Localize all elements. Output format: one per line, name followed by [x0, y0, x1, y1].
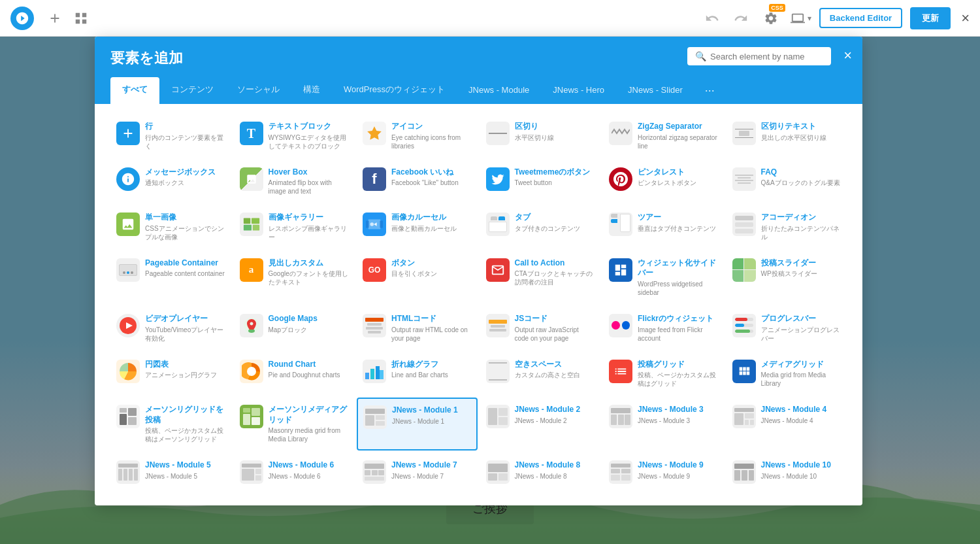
element-jnews-module4-desc: JNews - Module 4 [761, 416, 841, 425]
element-jnews-module7[interactable]: JNews - Module 7 JNews - Module 7 [357, 453, 478, 495]
element-gallery[interactable]: 画像ギャラリー レスポンシブ画像ギャラリー [234, 205, 355, 248]
element-sep-text[interactable]: 区切りテキスト 見出しの水平区切り線 [727, 114, 847, 158]
redo-button[interactable] [730, 8, 751, 29]
element-hover-box[interactable]: Hover Box Animated flip box with image a… [234, 160, 355, 203]
element-jnews-module8[interactable]: JNews - Module 8 JNews - Module 8 [480, 453, 601, 495]
responsive-button[interactable]: ▾ [791, 11, 811, 26]
tab-jnews-slider[interactable]: JNews - Slider [616, 78, 694, 103]
element-pageable-name: Pageable Container [145, 258, 225, 269]
add-element-icon[interactable] [44, 8, 65, 29]
element-round-chart[interactable]: Round Chart Pie and Doughnut charts [234, 352, 355, 396]
text-block-icon: T [240, 122, 263, 145]
element-flickr[interactable]: Flickrのウィジェット Image feed from Flickr acc… [603, 307, 724, 350]
element-jnews-module4[interactable]: JNews - Module 4 JNews - Module 4 [727, 398, 847, 450]
svg-rect-56 [365, 477, 384, 481]
element-jnews-module2-desc: JNews - Module 2 [515, 416, 595, 425]
jnews-module8-icon [486, 460, 510, 484]
element-masonry-post[interactable]: メーソンリグリッドを投稿 投稿、ページかカスタム投稿はメーソンリグリッド [110, 398, 231, 450]
element-jnews-module9-desc: JNews - Module 9 [638, 472, 718, 481]
element-jnews-module6[interactable]: JNews - Module 6 JNews - Module 6 [234, 453, 355, 495]
element-icon-el-name: アイコン [391, 122, 472, 132]
search-input[interactable] [710, 52, 823, 61]
message-box-icon [116, 167, 140, 191]
element-jnews-module5-name: JNews - Module 5 [145, 460, 225, 471]
element-tab-info: タブ タブ付きのコンテンツ [515, 212, 595, 233]
element-jnews-module9[interactable]: JNews - Module 9 JNews - Module 9 [603, 453, 724, 495]
layout-icon[interactable] [71, 8, 91, 29]
backend-editor-button[interactable]: Backend Editor [819, 8, 902, 28]
element-jnews-module2[interactable]: JNews - Module 2 JNews - Module 2 [480, 398, 601, 450]
element-separator[interactable]: 区切り 水平区切り線 [480, 114, 601, 158]
element-widget-sidebar[interactable]: ウィジェット化サイドバー WordPress widgetised sideba… [603, 251, 724, 304]
element-button[interactable]: GO ボタン 目を引くボタン [357, 251, 478, 304]
element-gmaps[interactable]: Google Maps Mapブロック [234, 307, 355, 350]
element-jnews-module2-name: JNews - Module 2 [515, 405, 595, 415]
element-heading[interactable]: a 見出しカスタム Googleのフォントを使用したテキスト [234, 251, 355, 304]
element-line-chart[interactable]: 折れ線グラフ Line and Bar charts [357, 352, 478, 396]
element-jnews-module3[interactable]: JNews - Module 3 JNews - Module 3 [603, 398, 724, 450]
tab-wordpress[interactable]: WordPressのウィジェット [332, 77, 457, 104]
svg-rect-46 [129, 469, 133, 481]
element-masonry-media[interactable]: メーソンリメディアグリッド Masonry media grid from Me… [234, 398, 355, 450]
element-html[interactable]: HTMLコード Output raw HTML code on your pag… [357, 307, 478, 350]
element-facebook-name: Facebook いいね [391, 167, 472, 178]
svg-rect-33 [498, 417, 508, 425]
tab-jnews-hero[interactable]: JNews - Hero [541, 78, 616, 103]
element-row-name: 行 [145, 122, 225, 132]
element-js-name: JSコード [515, 314, 595, 324]
element-post-grid[interactable]: 投稿グリッド 投稿、ページかカスタム投稿はグリッド [603, 352, 724, 396]
element-jnews-module10[interactable]: JNews - Module 10 JNews - Module 10 [727, 453, 847, 495]
element-zigzag[interactable]: ZigZag Separator Horizontal zigzag separ… [603, 114, 724, 158]
svg-rect-61 [611, 469, 620, 473]
element-icon-el[interactable]: アイコン Eye catching icons from libraries [357, 114, 478, 158]
element-pie-chart[interactable]: 円図表 アニメーション円グラフ [110, 352, 231, 396]
element-row[interactable]: 行 行内のコンテンツ要素を置く [110, 114, 231, 158]
element-facebook[interactable]: f Facebook いいね Facebook "Like" button [357, 160, 478, 203]
jnews-module2-icon [486, 405, 510, 428]
tab-content[interactable]: コンテンツ [159, 77, 225, 104]
tab-jnews-module[interactable]: JNews - Module [457, 78, 541, 103]
element-empty-space[interactable]: 空きスペース カスタムの高さと空白 [480, 352, 601, 396]
element-media-grid[interactable]: メディアグリッド Media grid from Media Library [727, 352, 847, 396]
close-editor-button[interactable]: × [961, 10, 970, 27]
tabs-more-button[interactable]: ··· [694, 77, 725, 104]
settings-button[interactable]: CSS [759, 7, 783, 30]
element-tab[interactable]: タブ タブ付きのコンテンツ [480, 205, 601, 248]
widget-sidebar-icon [609, 258, 632, 282]
sep-text-icon [732, 122, 756, 145]
update-button[interactable]: 更新 [910, 7, 951, 29]
element-post-slider[interactable]: 投稿スライダー WP投稿スライダー [727, 251, 847, 304]
post-slider-icon [732, 258, 756, 282]
element-cta[interactable]: Call to Action CTAブロックとキャッチの訪問者の注目 [480, 251, 601, 304]
element-text-block[interactable]: T テキストブロック WYSIWYGエディタを使用してテキストのブロック [234, 114, 355, 158]
tab-all[interactable]: すべて [110, 77, 159, 104]
element-video[interactable]: ビデオプレイヤー YouTube/Vimeoプレイヤー有効化 [110, 307, 231, 350]
element-button-name: ボタン [391, 258, 472, 269]
separator-icon [486, 122, 510, 145]
element-faq[interactable]: FAQ Q&Aブロックのトグル要素 [727, 160, 847, 203]
element-single-image[interactable]: 単一画像 CSSアニメーションでシンプルな画像 [110, 205, 231, 248]
svg-rect-5 [366, 221, 369, 228]
element-tweetmeme[interactable]: Tweetmemeのボタン Tweet button [480, 160, 601, 203]
add-element-panel: 要素を追加 🔍 × すべて コンテンツ ソーシャル 構造 WordPressのウ… [95, 37, 862, 505]
element-message-box[interactable]: メッセージボックス 通知ボックス [110, 160, 231, 203]
element-accordion[interactable]: アコーディオン 折りたたみコンテンツパネル [727, 205, 847, 248]
element-jnews-module1[interactable]: JNews - Module 1 JNews - Module 1 [357, 398, 478, 450]
element-pageable[interactable]: Pageable Container Pageable content cont… [110, 251, 231, 304]
element-line-chart-desc: Line and Bar charts [391, 371, 472, 379]
panel-close-button[interactable]: × [843, 47, 852, 64]
element-jnews-module10-name: JNews - Module 10 [761, 460, 841, 471]
element-jnews-module5[interactable]: JNews - Module 5 JNews - Module 5 [110, 453, 231, 495]
svg-rect-37 [625, 415, 630, 425]
element-js[interactable]: JSコード Output raw JavaScript code on your… [480, 307, 601, 350]
svg-rect-32 [498, 408, 508, 416]
tab-social[interactable]: ソーシャル [225, 77, 291, 104]
element-tour[interactable]: ツアー 垂直はタブ付きコンテンツ [603, 205, 724, 248]
element-flickr-desc: Image feed from Flickr account [638, 326, 718, 343]
element-progress[interactable]: プログレスバー アニメーションプログレスバー [727, 307, 847, 350]
tab-structure[interactable]: 構造 [291, 77, 332, 104]
undo-button[interactable] [702, 8, 723, 29]
element-carousel[interactable]: 画像カルーセル 画像と動画カルーセル [357, 205, 478, 248]
gmaps-icon [240, 314, 263, 337]
element-pinterest[interactable]: ピンタレスト ピンタレストボタン [603, 160, 724, 203]
